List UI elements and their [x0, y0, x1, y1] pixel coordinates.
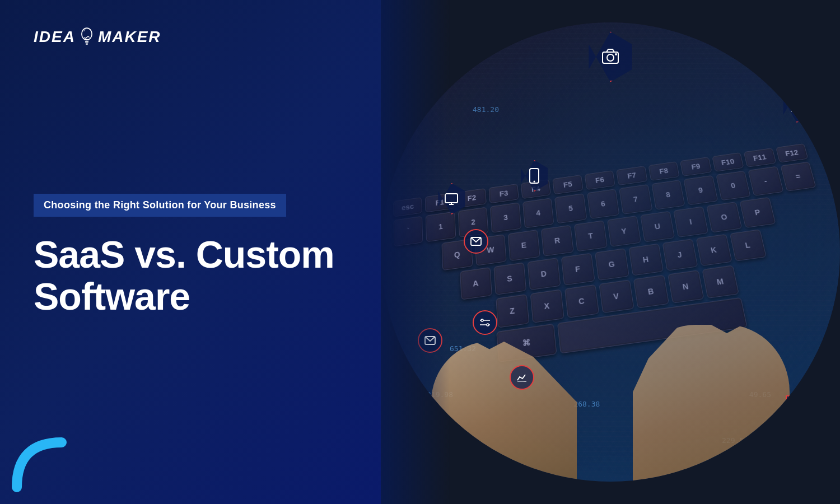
- logo: IDEA MAKER: [34, 28, 161, 46]
- left-gradient-overlay: [381, 0, 840, 504]
- subtitle-badge: Choosing the Right Solution for Your Bus…: [34, 194, 286, 217]
- page-container: IDEA MAKER: [0, 0, 840, 504]
- svg-rect-2: [85, 41, 88, 43]
- logo-bulb-icon: [78, 28, 96, 46]
- logo-area: IDEA MAKER: [34, 28, 347, 46]
- logo-idea: IDEA: [34, 28, 76, 46]
- content-area: Choosing the Right Solution for Your Bus…: [34, 46, 347, 476]
- main-title: SaaS vs. Custom Software: [34, 234, 347, 318]
- main-title-line1: SaaS vs. Custom: [34, 233, 334, 276]
- logo-maker: MAKER: [98, 28, 161, 46]
- svg-rect-3: [86, 43, 88, 44]
- subtitle-text: Choosing the Right Solution for Your Bus…: [44, 199, 276, 211]
- arc-decoration: [11, 437, 67, 493]
- svg-point-0: [82, 28, 92, 40]
- main-title-line2: Software: [34, 275, 190, 318]
- left-panel: IDEA MAKER: [0, 0, 381, 504]
- right-panel: esc F1 F2 F3 F4 F5 F6 F7 F8 F9 F10 F11 F…: [381, 0, 840, 504]
- svg-rect-1: [85, 39, 89, 40]
